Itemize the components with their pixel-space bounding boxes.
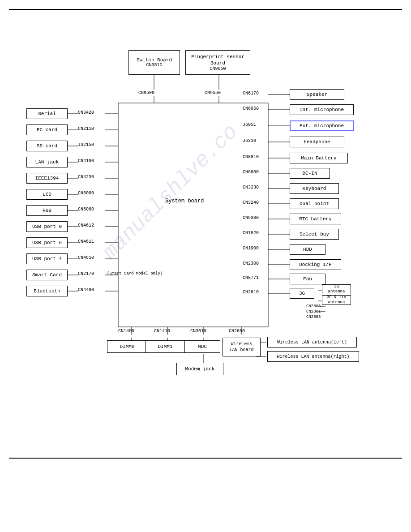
- cn2300-label: CN2300: [243, 261, 259, 266]
- cn5000-label: CN5000: [78, 191, 94, 196]
- cn1400-bottom-label: CN1400: [118, 329, 134, 334]
- mdc-box: MDC: [184, 340, 220, 353]
- wlan-left-box: Wireless LAN antenna(left): [267, 337, 357, 348]
- cn5080-label: CN5080: [78, 207, 94, 212]
- cn4611-label: CN4611: [78, 239, 94, 244]
- smart-card-box: Smart Card: [26, 270, 68, 280]
- cn2110-label: CN2110: [78, 126, 94, 131]
- cn1410-bottom-label: CN1410: [154, 329, 170, 334]
- cn3230-label: CN3230: [243, 185, 259, 190]
- smart-card-note: (Smart Card Model only): [107, 271, 163, 276]
- system-board-label: System board: [165, 198, 204, 204]
- cn9500-label: CN9500: [138, 90, 154, 95]
- fingerprint-board-label: Fingerprint sensorBoard: [191, 54, 244, 67]
- page: manualshlve.co: [0, 0, 411, 532]
- cn2863-label: CN2863: [306, 304, 321, 309]
- cn8771-label: CN8771: [243, 275, 259, 280]
- diagram-container: manualshlve.co: [13, 37, 398, 440]
- bottom-rule: [9, 458, 402, 459]
- modem-jack-box: Modem jack: [176, 363, 223, 375]
- cn2861-label: CN2861: [306, 309, 321, 314]
- cn1820-label: CN1820: [243, 231, 259, 236]
- cn6170-label: CN6170: [243, 91, 259, 96]
- fan-box: Fan: [290, 274, 325, 284]
- cn8810-label: CN8810: [243, 154, 259, 159]
- wireless-lan-board-box: WirelessLAN board: [223, 338, 261, 356]
- dimm0-box: DIMM0: [107, 340, 147, 353]
- cn4100-label: CN4100: [78, 159, 94, 163]
- fingerprint-board-cn: CN9650: [210, 66, 226, 71]
- headphone-box: Headphone: [290, 137, 344, 147]
- pc-card-box: PC card: [26, 124, 68, 135]
- dimm1-box: DIMM1: [145, 340, 185, 353]
- cn4610-label: CN4610: [78, 255, 94, 260]
- 3g-antenna-box: 3Gantenna: [322, 284, 351, 294]
- is2150-label: IS2150: [78, 142, 94, 147]
- top-rule: [9, 9, 402, 10]
- cn3420-label: CN3420: [78, 110, 94, 115]
- cn2610-label: CN2610: [243, 290, 259, 295]
- fingerprint-board-box: Fingerprint sensorBoard CN9650: [185, 50, 250, 75]
- cn4400-label: CN4400: [78, 287, 94, 292]
- hdd-box: HDD: [290, 244, 325, 255]
- serial-box: Serial: [26, 108, 68, 119]
- 3g-box: 3G: [290, 288, 314, 299]
- docking-if-box: Docking I/F: [290, 259, 341, 270]
- cn2600-bottom-label: CN2600: [229, 329, 245, 334]
- cn9300-label: CN9300: [243, 215, 259, 220]
- lcd-box: LCD: [26, 189, 68, 200]
- cn9550-label: CN9550: [205, 90, 221, 95]
- lan-jack-box: LAN jack: [26, 157, 68, 167]
- select-bay-box: Select bay: [290, 229, 339, 240]
- switch-board-label: Switch Board: [137, 57, 172, 63]
- main-battery-box: Main Battery: [290, 153, 348, 163]
- wlan-right-box: Wireless LAN antenna(right): [267, 351, 359, 362]
- switch-board-box: Switch Board CN9510: [128, 50, 180, 75]
- rtc-battery-box: RTC battery: [290, 214, 341, 224]
- dc-in-box: DC-IN: [290, 168, 330, 179]
- cn3010-bottom-label: CN3010: [190, 329, 206, 334]
- cn4612-label: CN4612: [78, 223, 94, 228]
- usb-port0-box: USB port 0: [26, 221, 68, 232]
- watermark: manualshlve.co: [98, 120, 243, 264]
- speaker-box: Speaker: [290, 89, 344, 100]
- bluetooth-box: Bluetooth: [26, 286, 68, 296]
- cn2170-label: CN2170: [78, 271, 94, 276]
- dual-point-box: Dual point: [290, 198, 339, 209]
- cn4230-label: CN4230: [78, 175, 94, 180]
- j6051-label: J6051: [243, 122, 256, 127]
- usb-port6-box: USB port 6: [26, 237, 68, 248]
- switch-board-cn: CN9510: [146, 63, 162, 68]
- usb-port4-box: USB port 4: [26, 253, 68, 264]
- int-mic-box: Int. microphone: [290, 104, 354, 115]
- ext-mic-box: Ext. microphone: [290, 120, 354, 131]
- sd-card-box: SD card: [26, 141, 68, 151]
- 3g-lin-antenna-box: 3G & linantenna: [322, 295, 351, 305]
- j6310-label: J6310: [243, 138, 256, 143]
- cn3240-label: CN3240: [243, 200, 259, 205]
- cn1900-label: CN1900: [243, 246, 259, 251]
- ieee1394-box: IEEE1394: [26, 173, 68, 184]
- rgb-box: RGB: [26, 205, 68, 216]
- keyboard-box: Keyboard: [290, 183, 339, 194]
- cn8800-label: CN8800: [243, 170, 259, 175]
- cn2883-label: CN2883: [306, 315, 321, 319]
- cn6050-label: CN6050: [243, 106, 259, 111]
